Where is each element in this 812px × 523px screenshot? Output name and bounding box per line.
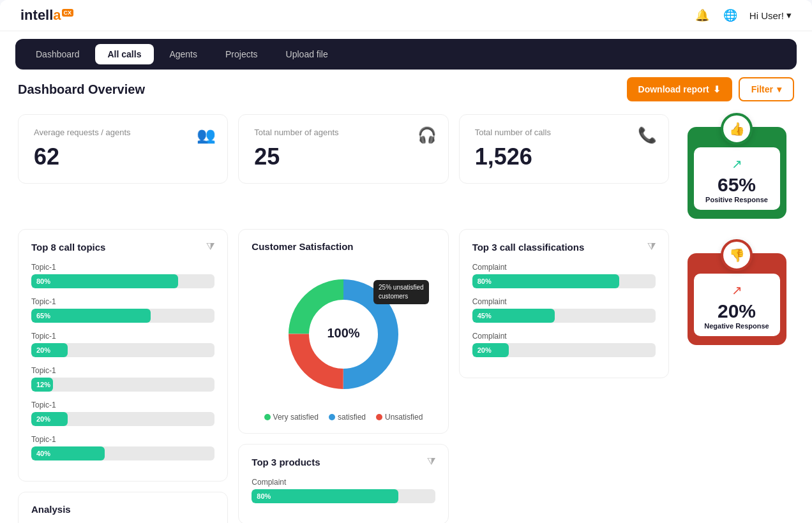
classifications-filter-icon[interactable]: ⧩ <box>647 241 656 253</box>
topic-bar-bg-6: 40% <box>31 446 214 460</box>
positive-percent: 65% <box>702 174 772 196</box>
filter-icon[interactable]: ⧩ <box>206 241 214 253</box>
negative-response-column: 👎 ↗ 20% Negative Response <box>679 229 794 345</box>
topic-bar-bg-4: 12% <box>31 378 214 392</box>
topic-item-4: Topic-1 12% <box>31 366 214 392</box>
top-products-header: Top 3 products ⧩ <box>252 456 435 468</box>
satisfaction-header: Customer Satisfaction <box>252 241 435 252</box>
main-content: Dashboard Overview Download report ⬇ Fil… <box>0 77 812 523</box>
logo: intellaCX <box>20 7 73 24</box>
nav-dashboard[interactable]: Dashboard <box>23 44 93 64</box>
chevron-down-icon: ▾ <box>777 84 781 94</box>
stat-card-total-calls: Total number of calls 1,526 📞 <box>459 114 669 184</box>
phone-icon: 📞 <box>638 126 657 144</box>
negative-trend-icon: ↗ <box>702 283 772 298</box>
chevron-down-icon: ▾ <box>786 10 792 21</box>
agents-icon: 👥 <box>197 126 216 144</box>
product-item-1: Complaint 80% <box>252 478 435 503</box>
classification-label-3: Complaint <box>472 332 656 341</box>
headset-icon: 🎧 <box>417 126 437 144</box>
topic-bar-bg-5: 20% <box>31 412 214 426</box>
classifications-title: Top 3 call classifications <box>472 242 585 253</box>
legend-very-satisfied: Very satisfied <box>264 413 319 422</box>
nav-all-calls[interactable]: All calls <box>95 44 154 64</box>
navigation-bar: Dashboard All calls Agents Projects Uplo… <box>15 39 797 70</box>
satisfied-dot <box>329 414 335 420</box>
stat-card-total-agents: Total number of agents 25 🎧 <box>238 114 448 184</box>
app-header: intellaCX 🔔 🌐 Hi User! ▾ <box>0 0 812 31</box>
topic-label-3: Topic-1 <box>31 332 214 341</box>
top-products-filter-icon[interactable]: ⧩ <box>427 456 435 468</box>
user-greeting: Hi User! <box>749 10 784 21</box>
response-cards: 👍 ↗ 65% Positive Response <box>679 114 794 219</box>
stat-value-agents: 25 <box>254 144 432 170</box>
positive-label: Positive Response <box>702 196 772 203</box>
topic-label-2: Topic-1 <box>31 297 214 306</box>
analysis-widget: Analysis Agents Performance 70% Agents O… <box>18 492 228 523</box>
topic-bar-bg-3: 20% <box>31 343 214 357</box>
analysis-header: Analysis <box>31 504 214 515</box>
download-report-button[interactable]: Download report ⬇ <box>627 77 732 101</box>
satisfaction-title: Customer Satisfaction <box>252 241 353 252</box>
call-topics-widget: Top 8 call topics ⧩ Topic-1 80% Topic-1 … <box>18 229 228 482</box>
product-bar-bg-1: 80% <box>252 489 435 503</box>
topic-bar-fill-6: 40% <box>31 446 105 460</box>
notification-icon[interactable]: 🔔 <box>693 6 711 24</box>
topic-label-6: Topic-1 <box>31 435 214 444</box>
nav-agents[interactable]: Agents <box>156 44 210 64</box>
topic-bar-bg-1: 80% <box>31 274 214 288</box>
classification-item-2: Complaint 45% <box>472 297 656 323</box>
classification-bar-bg-2: 45% <box>472 309 656 323</box>
thumbs-down-circle: 👎 <box>721 239 753 271</box>
thumbs-up-icon: 👍 <box>729 121 745 136</box>
call-topics-header: Top 8 call topics ⧩ <box>31 241 214 253</box>
user-menu[interactable]: Hi User! ▾ <box>749 10 792 21</box>
classification-bar-bg-1: 80% <box>472 274 656 288</box>
classification-bar-fill-1: 80% <box>472 274 619 288</box>
donut-center-value: 100% <box>327 326 359 340</box>
nav-projects[interactable]: Projects <box>213 44 271 64</box>
negative-response-inner: ↗ 20% Negative Response <box>694 274 780 336</box>
classification-bar-bg-3: 20% <box>472 343 656 357</box>
topic-item-5: Topic-1 20% <box>31 401 214 426</box>
classification-label-2: Complaint <box>472 297 656 306</box>
stat-label-avg: Average requests / agents <box>34 128 212 137</box>
stat-label-agents: Total number of agents <box>254 128 432 137</box>
analysis-title: Analysis <box>31 504 71 515</box>
stat-label-calls: Total number of calls <box>475 128 653 137</box>
stat-card-avg-requests: Average requests / agents 62 👥 <box>18 114 228 184</box>
globe-icon[interactable]: 🌐 <box>721 6 739 24</box>
legend-satisfied: satisfied <box>329 413 366 422</box>
stat-value-avg: 62 <box>34 144 212 170</box>
negative-label: Negative Response <box>702 322 772 330</box>
legend-unsatisfied: Unsatisfied <box>376 413 423 422</box>
topic-bar-fill-4: 12% <box>31 378 53 392</box>
product-label-1: Complaint <box>252 478 435 487</box>
page-title: Dashboard Overview <box>18 82 145 97</box>
positive-response-inner: ↗ 65% Positive Response <box>694 147 780 210</box>
negative-response-wrapper: 👎 ↗ 20% Negative Response <box>688 253 786 345</box>
topic-label-5: Topic-1 <box>31 401 214 409</box>
call-classifications-widget: Top 3 call classifications ⧩ Complaint 8… <box>459 229 669 378</box>
call-topics-list: Topic-1 80% Topic-1 65% Topic-1 20% To <box>31 263 214 460</box>
very-satisfied-dot <box>264 414 271 420</box>
topic-bar-fill-5: 20% <box>31 412 68 426</box>
classification-bar-fill-2: 45% <box>472 309 555 323</box>
filter-button[interactable]: Filter ▾ <box>739 77 794 101</box>
topic-bar-fill-2: 65% <box>31 309 151 323</box>
topic-item-1: Topic-1 80% <box>31 263 214 288</box>
header-actions: Download report ⬇ Filter ▾ <box>627 77 794 101</box>
stat-value-calls: 1,526 <box>475 144 653 170</box>
product-bar-fill-1: 80% <box>252 489 398 503</box>
topic-item-2: Topic-1 65% <box>31 297 214 323</box>
customer-satisfaction-widget: Customer Satisfaction <box>238 229 448 434</box>
classification-label-1: Complaint <box>472 263 656 272</box>
nav-upload-file[interactable]: Upload file <box>273 44 341 64</box>
topic-bar-fill-1: 80% <box>31 274 178 288</box>
topic-bar-fill-3: 20% <box>31 343 68 357</box>
topic-label-1: Topic-1 <box>31 263 214 272</box>
page-header: Dashboard Overview Download report ⬇ Fil… <box>18 77 794 101</box>
top-products-title: Top 3 products <box>252 457 320 468</box>
donut-legend: Very satisfied satisfied Unsatisfied <box>264 413 423 422</box>
classifications-header: Top 3 call classifications ⧩ <box>472 241 656 253</box>
